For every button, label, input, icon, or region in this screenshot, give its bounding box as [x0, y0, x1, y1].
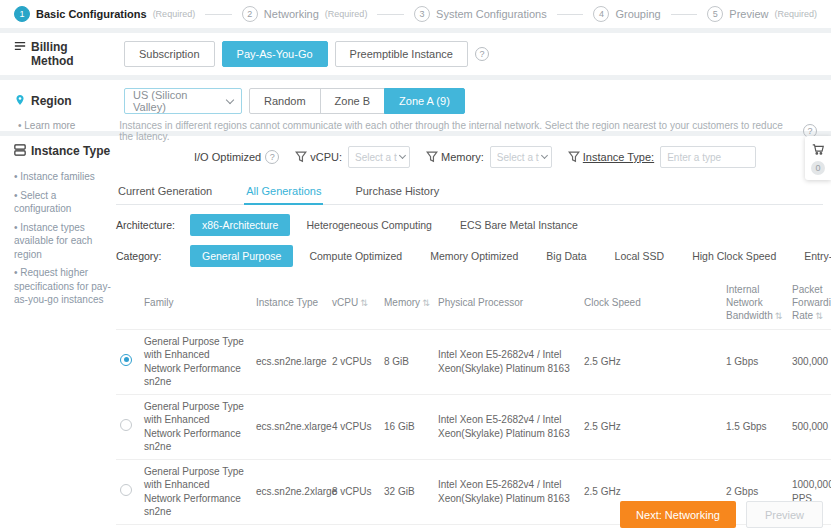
step-preview[interactable]: 5 Preview (Required): [707, 6, 817, 22]
col-family: Family: [140, 277, 252, 329]
table-row[interactable]: General Purpose Type with Enhanced Netwo…: [116, 394, 831, 459]
instance-table: Family Instance Type vCPU⇅ Memory⇅ Physi…: [116, 277, 831, 532]
sort-icon: ⇅: [815, 311, 823, 321]
step-label: Basic Configurations: [36, 8, 147, 20]
step-system-configurations[interactable]: 3 System Configurations: [414, 6, 547, 22]
step-label: Networking: [264, 8, 319, 20]
cell-processor: Intel Xeon E5-2682v4 / Intel Xeon(Skylak…: [434, 459, 580, 524]
cell-bandwidth: 1 Gbps: [722, 329, 788, 394]
billing-method-section: Billing Method Subscription Pay-As-You-G…: [0, 33, 831, 75]
step-label: Preview: [729, 8, 768, 20]
billing-preemptible-button[interactable]: Preemptible Instance: [335, 41, 468, 67]
arch-bare-metal-button[interactable]: ECS Bare Metal Instance: [448, 214, 590, 236]
step-label: Grouping: [615, 8, 660, 20]
link-request-higher-specs[interactable]: • Request higher specifications for pay-…: [14, 266, 116, 307]
instance-type-label: Instance Type: [14, 144, 116, 158]
region-label: Region: [14, 94, 110, 108]
billing-help-icon[interactable]: ?: [475, 47, 489, 61]
region-learn-more-link[interactable]: • Learn more: [14, 120, 105, 142]
link-select-configuration[interactable]: • Select a configuration: [14, 189, 116, 216]
table-row[interactable]: General Purpose Type with Enhanced Netwo…: [116, 329, 831, 394]
cell-memory: 48 GiB: [380, 524, 434, 532]
tab-purchase-history[interactable]: Purchase History: [353, 178, 441, 204]
cell-vcpu: 4 vCPUs: [328, 394, 380, 459]
cell-instance-type: ecs.sn2ne.3xlarge: [252, 524, 328, 532]
cell-memory: 8 GiB: [380, 329, 434, 394]
link-instance-types-region[interactable]: • Instance types available for each regi…: [14, 221, 116, 262]
cell-instance-type: ecs.sn2ne.large: [252, 329, 328, 394]
billing-pay-as-you-go-button[interactable]: Pay-As-You-Go: [222, 41, 328, 67]
row-radio[interactable]: [120, 484, 132, 496]
cart-count-badge: 0: [811, 161, 825, 175]
step-basic-configurations[interactable]: 1 Basic Configurations (Required): [14, 6, 195, 22]
col-vcpu[interactable]: vCPU⇅: [328, 277, 380, 329]
cell-vcpu: 8 vCPUs: [328, 459, 380, 524]
instance-type-icon: [14, 144, 26, 156]
cell-clock: 2.5 GHz: [580, 394, 722, 459]
location-pin-icon: [14, 94, 26, 106]
row-radio[interactable]: [120, 354, 132, 366]
zone-button-group: Random Zone B Zone A (9): [249, 88, 465, 114]
row-radio[interactable]: [120, 419, 132, 431]
region-select[interactable]: US (Silicon Valley): [124, 88, 242, 114]
sort-icon: ⇅: [422, 298, 430, 308]
cell-clock: 2.5 GHz: [580, 329, 722, 394]
memory-filter-label: Memory:: [441, 151, 484, 163]
arch-heterogeneous-button[interactable]: Heterogeneous Computing: [294, 214, 444, 236]
cell-memory: 16 GiB: [380, 394, 434, 459]
zone-a-button[interactable]: Zone A (9): [384, 88, 465, 114]
cat-memory-optimized-button[interactable]: Memory Optimized: [418, 245, 530, 267]
link-instance-families[interactable]: • Instance families: [14, 170, 116, 184]
region-note-text: Instances in different regions cannot co…: [119, 120, 798, 142]
cat-local-ssd-button[interactable]: Local SSD: [603, 245, 677, 267]
instance-filters: I/O Optimized ? vCPU: Memory: Insta: [116, 144, 823, 170]
col-memory[interactable]: Memory⇅: [380, 277, 434, 329]
filter-funnel-icon: [568, 151, 580, 163]
arch-x86-button[interactable]: x86-Architecture: [190, 214, 290, 236]
cell-processor: Intel Xeon E5-2682v4 / Intel Xeon(Skylak…: [434, 329, 580, 394]
cell-family: General Purpose Type with Enhanced Netwo…: [140, 394, 252, 459]
instance-type-filter-input[interactable]: [660, 146, 756, 168]
io-optimized-help-icon[interactable]: ?: [265, 150, 279, 164]
col-packet-rate[interactable]: Packet Forwarding Rate⇅: [788, 277, 831, 329]
step-number: 2: [242, 6, 258, 22]
cell-vcpu: 2 vCPUs: [328, 329, 380, 394]
zone-b-button[interactable]: Zone B: [320, 88, 385, 114]
zone-random-button[interactable]: Random: [249, 88, 321, 114]
tab-current-generation[interactable]: Current Generation: [116, 178, 214, 204]
region-select-value: US (Silicon Valley): [133, 89, 219, 113]
instance-type-filter-label: Instance Type:: [583, 151, 654, 163]
wizard-footer: Next: Networking Preview: [620, 501, 823, 528]
billing-method-label: Billing Method: [14, 40, 110, 68]
cat-big-data-button[interactable]: Big Data: [534, 245, 598, 267]
cell-processor: Intel Xeon E5-2682v4 / Intel Xeon(Skylak…: [434, 394, 580, 459]
preview-button[interactable]: Preview: [746, 501, 823, 528]
step-number: 4: [593, 6, 609, 22]
cell-rate: 300,000 PPS: [788, 329, 831, 394]
architecture-label: Architecture:: [116, 219, 186, 231]
io-optimized-label: I/O Optimized: [194, 151, 261, 163]
billing-subscription-button[interactable]: Subscription: [124, 41, 215, 67]
step-grouping[interactable]: 4 Grouping: [593, 6, 660, 22]
cat-high-clock-speed-button[interactable]: High Clock Speed: [680, 245, 788, 267]
cat-entry-level-button[interactable]: Entry-Level (Shared): [792, 245, 831, 267]
generation-tabs: Current Generation All Generations Purch…: [116, 178, 823, 205]
architecture-row: Architecture: x86-Architecture Heterogen…: [116, 214, 823, 236]
cat-general-purpose-button[interactable]: General Purpose: [190, 245, 293, 267]
step-connector: [205, 14, 232, 15]
step-connector: [377, 14, 404, 15]
cart-widget[interactable]: 0: [805, 136, 831, 180]
cell-vcpu: 12 vCPUs: [328, 524, 380, 532]
cat-compute-optimized-button[interactable]: Compute Optimized: [297, 245, 414, 267]
cell-memory: 32 GiB: [380, 459, 434, 524]
chevron-down-icon: [226, 95, 234, 103]
step-number: 3: [414, 6, 430, 22]
col-bandwidth[interactable]: Internal Network Bandwidth⇅: [722, 277, 788, 329]
cell-family: General Purpose Type with Enhanced Netwo…: [140, 524, 252, 532]
next-networking-button[interactable]: Next: Networking: [620, 501, 736, 528]
step-networking[interactable]: 2 Networking (Required): [242, 6, 368, 22]
filter-funnel-icon: [426, 151, 438, 163]
cell-family: General Purpose Type with Enhanced Netwo…: [140, 329, 252, 394]
cell-bandwidth: 1.5 Gbps: [722, 394, 788, 459]
tab-all-generations[interactable]: All Generations: [244, 178, 323, 205]
